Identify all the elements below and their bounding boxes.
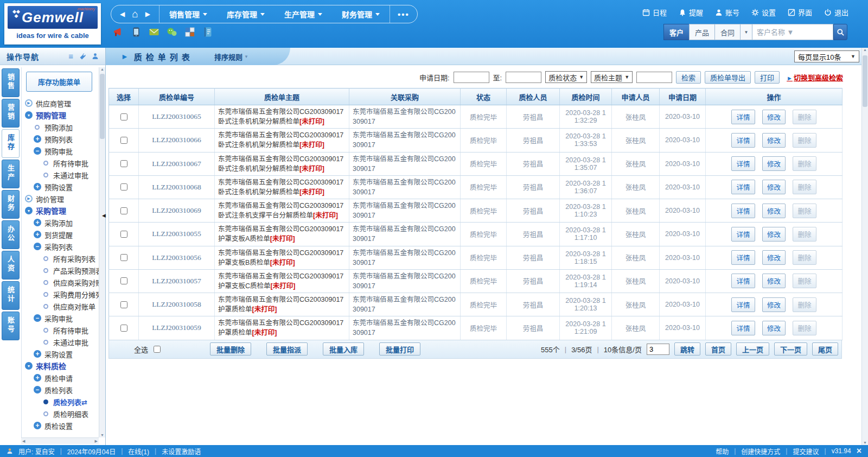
sidebar-module-tab[interactable]: 财务 — [2, 190, 20, 219]
detail-button[interactable]: 详情 — [731, 110, 755, 124]
detail-button[interactable]: 详情 — [731, 274, 755, 288]
modify-button[interactable]: 修改 — [762, 110, 786, 124]
nav-menu-item[interactable]: 库存管理 — [217, 5, 275, 23]
interface-link[interactable]: 界面 — [788, 7, 812, 17]
batch-assign-button[interactable]: 批量指派 — [266, 342, 308, 356]
modify-button[interactable]: 修改 — [762, 133, 786, 148]
export-button[interactable]: 质检单导出 — [705, 71, 751, 84]
submit-feedback-link[interactable]: 提交建议 — [793, 447, 819, 456]
sidebar-module-tab[interactable]: 销售 — [2, 68, 20, 97]
close-icon[interactable]: × — [857, 448, 861, 454]
nav-more-button[interactable]: ••• — [390, 10, 417, 19]
sidebar-tree-item[interactable]: 采购添加 — [22, 217, 99, 228]
prev-page-button[interactable]: 上一页 — [736, 342, 769, 356]
sidebar-tree-item[interactable]: 预购设置 — [22, 181, 99, 193]
sidebar-tree-item[interactable]: 未通过审批 — [22, 336, 99, 348]
row-checkbox[interactable] — [120, 254, 127, 261]
scroll-down-icon[interactable]: ▼ — [863, 441, 867, 445]
delete-button[interactable]: 删除 — [793, 180, 816, 194]
sort-rule-dropdown[interactable]: 排序规则 ▼ — [214, 48, 248, 65]
tree-node-icon[interactable] — [34, 219, 41, 226]
sidebar-tree-item[interactable]: 来料质检 — [22, 360, 99, 372]
sidebar-tree-item[interactable]: 所有待审批 — [22, 324, 99, 336]
sidebar-tree-item[interactable]: 预购列表 — [22, 133, 99, 145]
logout-link[interactable]: 退出 — [824, 7, 848, 17]
tree-node-icon[interactable] — [25, 362, 33, 370]
scroll-left-icon[interactable]: ◀ — [22, 439, 25, 443]
detail-button[interactable]: 详情 — [731, 133, 755, 148]
tree-node-icon[interactable] — [34, 243, 41, 250]
batch-stockin-button[interactable]: 批量入库 — [323, 342, 364, 356]
wrench-icon[interactable] — [79, 53, 86, 60]
detail-button[interactable]: 详情 — [731, 204, 755, 218]
tree-node-icon[interactable] — [43, 292, 48, 297]
tree-node-icon[interactable] — [43, 268, 48, 273]
tree-node-icon[interactable] — [25, 207, 33, 214]
tree-node-icon[interactable] — [25, 195, 33, 202]
keyword-input[interactable] — [636, 72, 672, 83]
sidebar-tree-item[interactable]: 所有采购列表 — [22, 252, 99, 264]
row-checkbox[interactable] — [120, 113, 127, 120]
scroll-right-icon[interactable]: ▶ — [95, 439, 98, 443]
tree-node-icon[interactable] — [34, 350, 41, 358]
delete-button[interactable]: 删除 — [793, 274, 816, 288]
modify-button[interactable]: 修改 — [762, 321, 786, 335]
sidebar-tree-item[interactable]: 质检明细表 — [22, 408, 99, 420]
delete-button[interactable]: 删除 — [793, 227, 816, 242]
reminder-link[interactable]: 提醒 — [679, 7, 703, 17]
sidebar-module-tab[interactable]: 人资 — [2, 251, 20, 280]
inspection-status-select[interactable]: 质检状态 ▼ — [545, 71, 587, 83]
tree-node-icon[interactable] — [34, 147, 41, 155]
date-to-input[interactable] — [506, 72, 541, 83]
nav-menu-item[interactable]: 销售管理 — [159, 5, 217, 23]
sidebar-module-tab[interactable]: 营销 — [2, 99, 20, 128]
window-grid-icon[interactable] — [184, 26, 196, 38]
delete-button[interactable]: 删除 — [793, 204, 816, 218]
delete-button[interactable]: 删除 — [793, 133, 816, 148]
sidebar-tree-item[interactable]: 供应商管理 — [22, 97, 99, 109]
tree-node-icon[interactable] — [34, 314, 41, 322]
tree-node-icon[interactable] — [43, 161, 48, 166]
sidebar-tree-item[interactable]: 询价管理 — [22, 193, 99, 205]
modify-button[interactable]: 修改 — [762, 204, 786, 218]
tree-node-icon[interactable] — [34, 231, 41, 238]
row-checkbox[interactable] — [120, 207, 127, 214]
mail-icon[interactable] — [148, 26, 160, 38]
row-checkbox[interactable] — [120, 325, 127, 332]
tree-node-icon[interactable] — [34, 422, 41, 429]
sidebar-tree-item[interactable]: 质检列表⇄ — [22, 396, 99, 408]
scrollbar-thumb[interactable] — [100, 74, 105, 139]
modify-button[interactable]: 修改 — [762, 297, 786, 312]
detail-button[interactable]: 详情 — [731, 156, 755, 171]
detail-button[interactable]: 详情 — [731, 180, 755, 194]
sidebar-module-tab[interactable]: 账号 — [2, 312, 20, 340]
modify-button[interactable]: 修改 — [762, 274, 786, 288]
sidebar-module-tab[interactable]: 生产 — [2, 160, 20, 188]
search-scope-dropdown[interactable]: ▼ — [740, 24, 752, 40]
tree-node-icon[interactable] — [34, 386, 41, 393]
help-link[interactable]: 帮助 — [716, 447, 729, 456]
advanced-search-link[interactable]: ►切换到高级检索 — [787, 72, 843, 82]
sidebar-tree-item[interactable]: 采购审批 — [22, 312, 99, 324]
delete-button[interactable]: 删除 — [793, 321, 816, 335]
tree-node-icon[interactable] — [43, 280, 48, 285]
sidebar-tree-item[interactable]: 预购审批 — [22, 145, 99, 157]
jump-button[interactable]: 跳转 — [674, 342, 700, 356]
tree-node-icon[interactable] — [43, 411, 48, 416]
main-vertical-scrollbar[interactable]: ▲ ▼ — [861, 48, 868, 445]
detail-button[interactable]: 详情 — [731, 297, 755, 312]
sidebar-tree-item[interactable]: 未通过审批 — [22, 169, 99, 181]
sidebar-tree-item[interactable]: 质检列表 — [22, 384, 99, 396]
sidebar-tree-item[interactable]: 采购设置 — [22, 348, 99, 360]
sidebar-module-tab[interactable]: 统计 — [2, 281, 20, 310]
sidebar-tree-item[interactable]: 所有待审批 — [22, 157, 99, 169]
sidebar-tree-item[interactable]: 质检设置 — [22, 420, 99, 431]
settings-link[interactable]: 设置 — [751, 7, 776, 17]
scroll-up-icon[interactable]: ▲ — [863, 48, 867, 52]
nav-menu-item[interactable]: 财务管理 — [332, 5, 390, 23]
tree-node-icon[interactable] — [43, 340, 48, 345]
home-icon[interactable]: ⌂ — [132, 10, 138, 18]
tree-node-icon[interactable] — [34, 374, 41, 382]
modify-button[interactable]: 修改 — [762, 156, 786, 171]
tree-node-icon[interactable] — [34, 135, 41, 143]
